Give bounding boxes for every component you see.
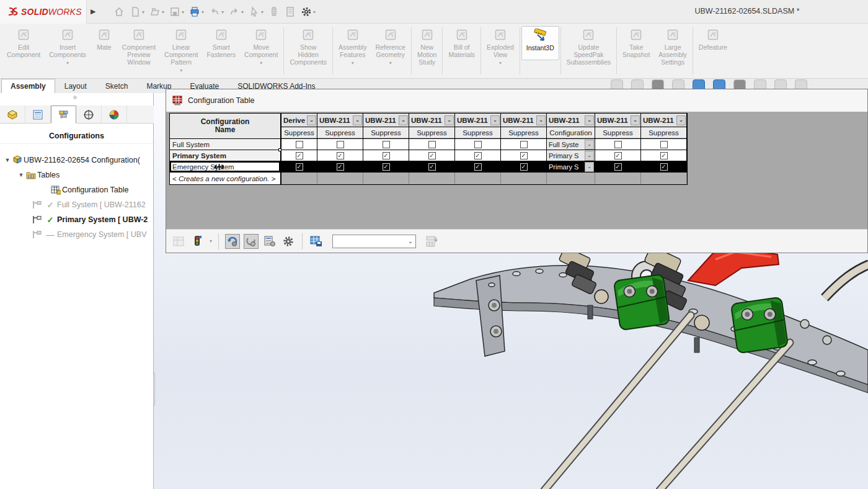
move-component-dropdown-icon[interactable]: ▾ [260,60,262,66]
suppress-checkbox[interactable]: ✓ [337,152,344,159]
table-view-button[interactable] [171,234,186,249]
reference-geometry-dropdown-icon[interactable]: ▾ [389,60,392,66]
configuration-filter-combo[interactable]: ⌄ [332,235,416,248]
tab-configuration-manager[interactable] [51,105,76,123]
suppress-cell[interactable]: ✓ [363,150,409,161]
suppress-cell[interactable] [317,139,363,150]
options-button[interactable]: ▾ [299,4,317,20]
header-dropdown-icon[interactable]: ⌄ [353,115,362,125]
suppress-checkbox[interactable]: ✓ [660,152,668,159]
tab-sketch[interactable]: Sketch [96,79,138,93]
suppress-cell[interactable]: ✓ [363,161,409,172]
tree-item-ubw-21162-02654-configuration[interactable]: ▼UBW-21162-02654 Configuration( [0,153,153,168]
instant3d-button[interactable]: Instant3D [521,26,559,60]
smart-fasteners-button[interactable]: Smart Fasteners [202,26,240,66]
open-dropdown-icon[interactable]: ▾ [162,9,164,15]
rebuild-control-button[interactable] [190,234,205,249]
header-dropdown-icon[interactable]: ⌄ [676,115,686,125]
component-header[interactable]: UBW-211⌄ [363,114,409,127]
new-file-dropdown-icon[interactable]: ▾ [142,9,144,15]
mate-button[interactable]: Mate [91,26,118,59]
configuration-cell[interactable]: Primary S⌄ [547,161,595,172]
view-tool-icon[interactable] [733,79,746,89]
configuration-cell[interactable]: Full Syste⌄ [547,139,595,150]
suppress-checkbox[interactable]: ✓ [660,163,668,171]
component-header[interactable]: UBW-211⌄ [317,114,363,127]
suppress-checkbox[interactable]: ✓ [428,152,436,159]
suppress-cell[interactable]: ✓ [455,150,501,161]
defeature-button[interactable]: Defeature [694,26,732,59]
linear-component-pattern-button[interactable]: Linear Component Pattern▾ [160,26,202,74]
exploded-view-button[interactable]: Exploded View▾ [482,26,518,66]
redo-dropdown-icon[interactable]: ▾ [241,9,244,15]
tree-item-tables[interactable]: ▼Tables [0,168,153,182]
suppress-checkbox[interactable]: ✓ [383,163,390,171]
select-button[interactable]: ▾ [247,4,265,20]
suppress-cell[interactable]: ✓ [409,150,455,161]
save-button[interactable]: ▾ [167,4,186,20]
view-tool-icon[interactable] [631,79,644,89]
select-dropdown-icon[interactable]: ▾ [261,9,264,15]
undo-dropdown-icon[interactable]: ▾ [221,9,224,15]
tab-dimxpert-manager[interactable] [76,105,102,123]
exploded-view-dropdown-icon[interactable]: ▾ [499,60,502,66]
view-tool-icon[interactable] [713,79,725,89]
print-button[interactable]: ▾ [187,4,206,20]
suppress-checkbox[interactable]: ✓ [474,152,482,159]
table-settings-button[interactable] [281,234,296,249]
suppress-checkbox[interactable]: ✓ [337,163,344,171]
panel-splitter-grip[interactable] [73,96,77,99]
header-dropdown-icon[interactable]: ⌄ [399,115,408,125]
undo-button[interactable]: ▾ [207,4,226,20]
auto-rebuild-toggle[interactable] [225,234,240,249]
view-tool-icon[interactable] [693,79,705,89]
insert-components-dropdown-icon[interactable]: ▾ [66,60,69,66]
take-snapshot-button[interactable]: Take Snapshot [618,26,654,66]
selection-fill-handle[interactable] [278,148,281,151]
new-configuration-row[interactable]: < Creates a new configuration. > [170,172,687,184]
suppress-checkbox[interactable] [428,141,436,148]
file-properties-button[interactable] [283,4,298,20]
tab-property-manager[interactable] [25,105,51,123]
suppress-cell[interactable]: ✓ [281,150,317,161]
component-header[interactable]: UBW-211⌄ [595,114,640,127]
suppress-cell[interactable]: ✓ [595,150,641,161]
show-hidden-components-button[interactable]: Show Hidden Components [285,26,331,74]
options-dropdown-icon[interactable]: ▾ [313,9,316,15]
rebuild-button[interactable] [267,4,281,20]
suppress-cell[interactable]: ✓ [409,161,455,172]
export-table-button[interactable] [425,234,440,249]
tab-layout[interactable]: Layout [55,79,96,93]
suppress-cell[interactable] [501,139,547,150]
tree-item-emergency-system[interactable]: —Emergency System [ UBV [0,227,153,242]
header-dropdown-icon[interactable]: ⌄ [307,115,316,125]
update-speedpak-subassemblies-button[interactable]: Update SpeedPak Subassemblies [562,26,615,74]
insert-components-button[interactable]: Insert Components▾ [45,26,91,66]
suppress-cell[interactable] [409,139,455,150]
view-tool-icon[interactable] [774,79,787,89]
redo-button[interactable]: ▾ [227,4,246,20]
tree-item-full-system[interactable]: ✓Full System [ UBW-21162 [0,197,153,212]
config-name-cell[interactable]: Primary System [170,150,281,161]
new-configuration-cell[interactable]: < Creates a new configuration. > [170,173,281,184]
view-tool-icon[interactable] [795,79,807,89]
view-tool-icon[interactable] [672,79,684,89]
rebuild-dropdown-icon[interactable]: ▾ [210,238,212,244]
large-assembly-settings-button[interactable]: Large Assembly Settings [654,26,691,74]
cell-dropdown-icon[interactable]: ⌄ [585,151,594,161]
component-header[interactable]: Derive⌄ [281,114,317,127]
suppress-checkbox[interactable] [520,141,528,148]
logo-expand-icon[interactable]: ▶ [91,7,95,16]
header-dropdown-icon[interactable]: ⌄ [536,115,546,125]
header-dropdown-icon[interactable]: ⌄ [445,115,454,125]
tree-item-primary-system[interactable]: ✓Primary System [ UBW-2 [0,212,153,227]
config-name-cell[interactable]: Emergency System [170,161,281,172]
component-header[interactable]: UBW-211⌄ [641,114,686,127]
suppress-checkbox[interactable]: ✓ [296,163,303,171]
component-header[interactable]: UBW-211⌄ [409,114,454,127]
component-header[interactable]: UBW-211⌄ [547,114,595,127]
new-file-button[interactable]: ▾ [128,4,146,20]
view-tool-icon[interactable] [652,79,664,89]
reference-geometry-button[interactable]: Reference Geometry▾ [371,26,409,66]
suppress-cell[interactable] [595,139,641,150]
